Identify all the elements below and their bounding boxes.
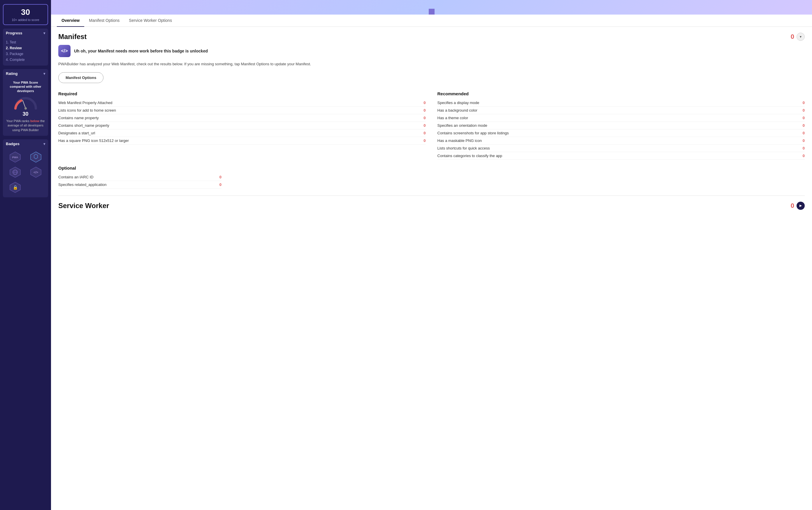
required-header: Required [58, 91, 426, 96]
badges-content: PWA [3, 148, 48, 197]
manifest-header-row: Manifest 0 ▾ [58, 33, 805, 41]
optional-check-row: Specifies related_application 0 [58, 181, 222, 188]
svg-marker-4 [31, 152, 41, 162]
content-area: Manifest 0 ▾ </> Uh oh, your Manifest ne… [51, 27, 812, 510]
manifest-options-button[interactable]: Manifest Options [58, 72, 104, 83]
rank-below: below [30, 119, 39, 123]
progress-header[interactable]: Progress ▾ [3, 29, 48, 38]
badge-globe [6, 166, 25, 179]
badge-pwa-icon: PWA [9, 151, 22, 163]
check-score: 0 [799, 139, 805, 143]
check-row: Specifies a display mode 0 [437, 99, 805, 107]
check-label: Contains short_name property [58, 123, 109, 128]
check-row: Contains short_name property 0 [58, 122, 426, 129]
checks-grid: Required Web Manifest Properly Attached … [58, 91, 805, 160]
check-row: Contains screenshots for app store listi… [437, 129, 805, 137]
score-box: 30 10+ added to score [3, 4, 48, 25]
badges-label: Badges [6, 142, 20, 146]
badge-star-icon: 🔒 [9, 181, 22, 194]
check-score: 0 [799, 100, 805, 105]
rating-content: Your PWA Score compared with other devel… [3, 78, 48, 136]
check-label: Designates a start_url [58, 131, 95, 135]
check-label: Web Manifest Properly Attached [58, 100, 112, 105]
rating-chevron-icon: ▾ [44, 72, 45, 76]
rating-label: Rating [6, 71, 18, 76]
progress-section: Progress ▾ 1. Test 2. Review 3. Package … [3, 29, 48, 66]
check-score: 0 [799, 108, 805, 113]
check-score: 0 [420, 139, 426, 143]
manifest-title: Manifest [58, 33, 87, 41]
check-label: Contains screenshots for app store listi… [437, 131, 509, 135]
check-label: Specifies an orientation mode [437, 123, 487, 128]
check-score: 0 [799, 116, 805, 120]
tab-service-worker-options[interactable]: Service Worker Options [124, 14, 177, 27]
progress-items-list: 1. Test 2. Review 3. Package 4. Complete [3, 38, 48, 66]
gauge [12, 95, 39, 110]
tabs-bar: Overview Manifest Options Service Worker… [51, 14, 812, 27]
check-label: Specifies a display mode [437, 100, 480, 105]
manifest-code-icon: </> [58, 45, 70, 57]
optional-header: Optional [58, 166, 805, 171]
progress-chevron-icon: ▾ [44, 31, 45, 35]
check-row: Has a background color 0 [437, 107, 805, 114]
main-content: Overview Manifest Options Service Worker… [51, 0, 812, 510]
check-label: Lists icons for add to home screen [58, 108, 116, 113]
rating-rank-text: Your PWA ranks below the average of all … [6, 119, 45, 132]
check-row: Has a maskable PNG icon 0 [437, 137, 805, 145]
service-worker-title: Service Worker [58, 202, 109, 210]
required-col: Required Web Manifest Properly Attached … [58, 91, 426, 160]
tab-manifest-options[interactable]: Manifest Options [84, 14, 124, 27]
sw-score-area: 0 ▶ [791, 202, 805, 210]
check-row: Contains name property 0 [58, 114, 426, 122]
top-bar-accent [429, 9, 435, 14]
check-score: 0 [420, 131, 426, 135]
top-bar [51, 0, 812, 14]
optional-check-label: Contains an IARC ID [58, 175, 93, 179]
tab-overview[interactable]: Overview [57, 14, 84, 27]
sidebar: 30 10+ added to score Progress ▾ 1. Test… [0, 0, 51, 510]
rating-description: Your PWA Score compared with other devel… [6, 81, 45, 93]
check-score: 0 [420, 123, 426, 128]
check-score: 0 [799, 146, 805, 150]
manifest-score-area: 0 ▾ [791, 33, 805, 41]
score-number: 30 [6, 7, 45, 17]
svg-text:PWA: PWA [12, 156, 18, 159]
badge-star: 🔒 [6, 181, 25, 194]
gauge-score: 30 [6, 111, 45, 117]
check-row: Web Manifest Properly Attached 0 [58, 99, 426, 107]
check-score: 0 [799, 154, 805, 158]
manifest-score: 0 [791, 33, 794, 40]
manifest-description: PWABuilder has analyzed your Web Manifes… [58, 61, 805, 67]
optional-check-score: 0 [216, 182, 222, 187]
optional-check-row: Contains an IARC ID 0 [58, 173, 222, 181]
badge-shield [27, 151, 46, 163]
progress-item-2[interactable]: 2. Review [6, 45, 45, 51]
sw-score: 0 [791, 202, 794, 210]
badge-pwa: PWA [6, 151, 25, 163]
check-row: Lists shortcuts for quick access 0 [437, 145, 805, 152]
optional-check-label: Specifies related_application [58, 182, 107, 187]
svg-text:</>: </> [33, 171, 38, 174]
recommended-header: Recommended [437, 91, 805, 96]
badges-section: Badges ▾ PWA [3, 139, 48, 197]
rating-header[interactable]: Rating ▾ [3, 69, 48, 78]
check-score: 0 [799, 123, 805, 128]
progress-label: Progress [6, 31, 22, 35]
manifest-warning-text: Uh oh, your Manifest needs more work bef… [74, 49, 208, 53]
check-row: Has a theme color 0 [437, 114, 805, 122]
badges-chevron-icon: ▾ [44, 142, 45, 146]
score-sub: 10+ added to score [6, 18, 45, 22]
check-row: Designates a start_url 0 [58, 129, 426, 137]
manifest-dropdown-btn[interactable]: ▾ [796, 33, 805, 41]
badges-header[interactable]: Badges ▾ [3, 139, 48, 148]
check-label: Contains categories to classify the app [437, 154, 502, 158]
rating-section: Rating ▾ Your PWA Score compared with ot… [3, 69, 48, 136]
progress-item-3[interactable]: 3. Package [6, 51, 45, 57]
progress-item-4[interactable]: 4. Complete [6, 57, 45, 63]
check-score: 0 [799, 131, 805, 135]
progress-item-1[interactable]: 1. Test [6, 39, 45, 45]
badges-grid: PWA [6, 151, 45, 194]
svg-point-1 [25, 107, 27, 110]
sw-play-button[interactable]: ▶ [796, 202, 805, 210]
manifest-warning: </> Uh oh, your Manifest needs more work… [58, 45, 805, 57]
